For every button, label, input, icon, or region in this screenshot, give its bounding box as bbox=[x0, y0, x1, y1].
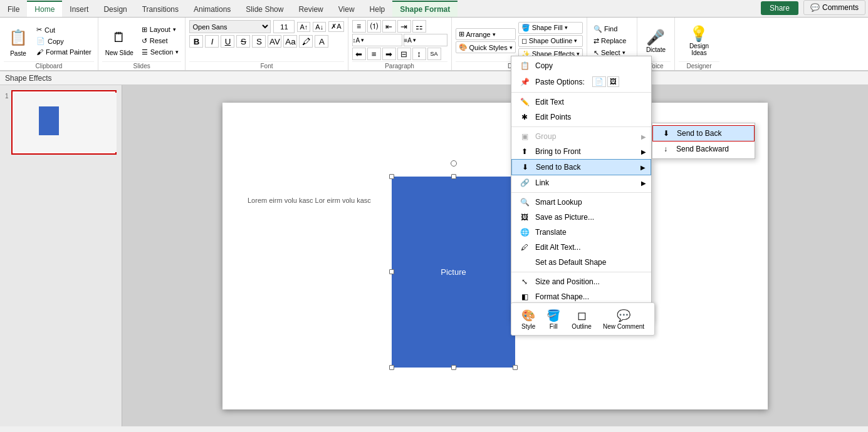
ctx-link[interactable]: 🔗 Link ▶ bbox=[511, 175, 651, 190]
new-slide-button[interactable]: 🗒 New Slide bbox=[102, 24, 137, 58]
handle-br[interactable] bbox=[513, 365, 518, 370]
mini-style-icon: 🎨 bbox=[521, 308, 535, 323]
tab-slideshow[interactable]: Slide Show bbox=[238, 2, 291, 17]
smart-lookup-icon: 🔍 bbox=[519, 198, 530, 207]
handle-tl[interactable] bbox=[389, 174, 394, 179]
tab-shape-format[interactable]: Shape Format bbox=[392, 1, 458, 17]
shadow-button[interactable]: S bbox=[252, 35, 266, 48]
copy-ctx-icon: 📋 bbox=[519, 61, 530, 70]
shape-box[interactable]: Picture bbox=[392, 177, 515, 368]
ctx-edit-alt-text[interactable]: 🖊 Edit Alt Text... bbox=[511, 240, 651, 255]
design-ideas-icon: 💡 bbox=[689, 25, 708, 43]
format-painter-button[interactable]: 🖌Format Painter bbox=[34, 47, 94, 57]
ctx-copy[interactable]: 📋 Copy bbox=[511, 58, 651, 73]
align-right-button[interactable]: ➡ bbox=[382, 48, 396, 60]
submenu-send-backward[interactable]: ↓ Send Backward bbox=[652, 141, 755, 157]
text-dir-button[interactable]: ↕A▾ bbox=[352, 34, 402, 46]
design-ideas-button[interactable]: 💡 Design Ideas bbox=[679, 24, 719, 58]
ctx-send-to-back[interactable]: ⬇ Send to Back ▶ bbox=[511, 159, 651, 175]
mini-fill-icon: 🪣 bbox=[546, 308, 560, 323]
layout-button[interactable]: ⊞Layout▾ bbox=[139, 24, 182, 35]
arrange-button[interactable]: ⊞Arrange▾ bbox=[456, 28, 516, 40]
dictate-button[interactable]: 🎤 Dictate bbox=[643, 28, 669, 54]
col-layout-button[interactable]: ⚏ bbox=[412, 20, 426, 33]
change-case-button[interactable]: Aa bbox=[283, 35, 297, 48]
handle-tm[interactable] bbox=[451, 174, 456, 179]
tab-file[interactable]: File bbox=[0, 2, 27, 17]
shape-outline-button[interactable]: ◻Shape Outline▾ bbox=[518, 35, 583, 47]
align-center-button[interactable]: ≡ bbox=[367, 48, 381, 60]
mini-fill-button[interactable]: 🪣 Fill bbox=[543, 306, 564, 332]
line-spacing-button[interactable]: ↕ bbox=[412, 48, 426, 60]
indent-less-button[interactable]: ⇤ bbox=[382, 20, 396, 33]
handle-bl[interactable] bbox=[389, 365, 394, 370]
bullets-button[interactable]: ≡ bbox=[352, 20, 366, 33]
tab-design[interactable]: Design bbox=[96, 2, 134, 17]
bold-button[interactable]: B bbox=[189, 35, 203, 48]
ctx-smart-lookup[interactable]: 🔍 Smart Lookup bbox=[511, 195, 651, 210]
ctx-save-picture[interactable]: 🖼 Save as Picture... bbox=[511, 210, 651, 225]
font-name-select[interactable]: Open Sans bbox=[189, 20, 271, 33]
font-increase-button[interactable]: A↑ bbox=[297, 22, 310, 32]
indent-more-button[interactable]: ⇥ bbox=[397, 20, 411, 33]
ctx-group[interactable]: ▣ Group ▶ bbox=[511, 129, 651, 144]
align-text-button[interactable]: ≡A▾ bbox=[404, 34, 447, 46]
handle-ml[interactable] bbox=[389, 269, 394, 274]
mini-new-comment-button[interactable]: 💬 New Comment bbox=[599, 306, 648, 332]
tab-insert[interactable]: Insert bbox=[62, 2, 96, 17]
paste-option-1[interactable]: 📄 bbox=[592, 76, 606, 87]
copy-button[interactable]: 📄Copy bbox=[34, 36, 94, 46]
paste-icon: 📋 bbox=[7, 25, 29, 50]
rotate-handle[interactable] bbox=[451, 160, 457, 167]
tab-view[interactable]: View bbox=[331, 2, 362, 17]
tab-home[interactable]: Home bbox=[27, 1, 62, 17]
replace-button[interactable]: ⇄Replace bbox=[591, 36, 633, 46]
italic-button[interactable]: I bbox=[205, 35, 219, 48]
ctx-bring-to-front[interactable]: ⬆ Bring to Front ▶ bbox=[511, 144, 651, 159]
link-icon: 🔗 bbox=[519, 178, 530, 187]
ctx-set-default-shape[interactable]: Set as Default Shape bbox=[511, 255, 651, 270]
paste-option-2[interactable]: 🖼 bbox=[607, 76, 619, 87]
ribbon-group-slides: 🗒 New Slide ⊞Layout▾ ↺Reset ☰Section▾ Sl… bbox=[98, 18, 186, 70]
mini-outline-icon: ◻ bbox=[577, 308, 587, 323]
slide-thumbnail[interactable] bbox=[11, 90, 117, 155]
clear-format-button[interactable]: ✗A bbox=[328, 21, 343, 32]
highlight-color-button[interactable]: 🖍 bbox=[299, 35, 313, 48]
dictate-icon: 🎤 bbox=[646, 29, 665, 46]
strikethrough-button[interactable]: S bbox=[236, 35, 250, 48]
font-decrease-button[interactable]: A↓ bbox=[313, 22, 326, 32]
ctx-edit-text[interactable]: ✏️ Edit Text bbox=[511, 95, 651, 110]
tab-animations[interactable]: Animations bbox=[186, 2, 238, 17]
handle-bm[interactable] bbox=[451, 365, 456, 370]
reset-button[interactable]: ↺Reset bbox=[139, 36, 182, 46]
ctx-separator-4 bbox=[511, 272, 651, 272]
shape-fill-button[interactable]: 🪣Shape Fill▾ bbox=[518, 22, 583, 34]
mini-style-button[interactable]: 🎨 Style bbox=[518, 306, 539, 332]
cut-button[interactable]: ✂Cut bbox=[34, 24, 94, 35]
tab-review[interactable]: Review bbox=[291, 2, 330, 17]
char-spacing-button[interactable]: AV bbox=[268, 35, 281, 48]
mini-outline-button[interactable]: ◻ Outline bbox=[568, 306, 595, 332]
quick-styles-button[interactable]: 🎨Quick Styles▾ bbox=[456, 41, 516, 53]
font-size-input[interactable] bbox=[273, 20, 295, 33]
comments-button[interactable]: 💬Comments bbox=[803, 0, 865, 15]
ctx-size-position[interactable]: ⤡ Size and Position... bbox=[511, 274, 651, 289]
underline-button[interactable]: U bbox=[221, 35, 234, 48]
ctx-paste-options[interactable]: 📌 Paste Options: 📄 🖼 bbox=[511, 73, 651, 90]
font-color-button[interactable]: A bbox=[315, 35, 328, 48]
submenu-send-to-back[interactable]: ⬇ Send to Back bbox=[652, 125, 755, 141]
tab-help[interactable]: Help bbox=[362, 2, 393, 17]
align-left-button[interactable]: ⬅ bbox=[352, 48, 366, 60]
smartart-button[interactable]: SA bbox=[427, 48, 441, 60]
tab-transitions[interactable]: Transitions bbox=[135, 2, 186, 17]
format-painter-icon: 🖌 bbox=[36, 48, 43, 56]
section-button[interactable]: ☰Section▾ bbox=[139, 47, 182, 58]
share-button[interactable]: Share bbox=[761, 1, 798, 15]
find-button[interactable]: 🔍Find bbox=[591, 24, 633, 34]
ctx-translate[interactable]: 🌐 Translate bbox=[511, 225, 651, 240]
numbering-button[interactable]: ⑴ bbox=[367, 20, 381, 33]
ctx-edit-points[interactable]: ✱ Edit Points bbox=[511, 110, 651, 125]
paste-button[interactable]: 📋 Paste bbox=[4, 24, 33, 58]
tabs-row: File Home Insert Design Transitions Anim… bbox=[0, 0, 868, 18]
justify-button[interactable]: ⊟ bbox=[397, 48, 411, 60]
